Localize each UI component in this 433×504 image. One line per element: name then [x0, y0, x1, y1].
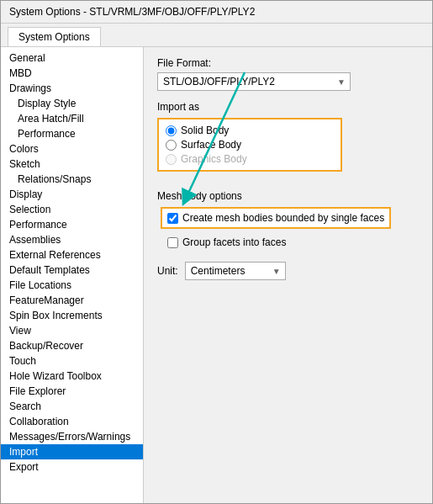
sidebar-item-file-explorer[interactable]: File Explorer [1, 384, 143, 399]
sidebar-item-messages-errors[interactable]: Messages/Errors/Warnings [1, 429, 143, 444]
main-window: System Options - STL/VRML/3MF/OBJ/OFF/PL… [0, 0, 433, 504]
file-format-group: File Format: STL/OBJ/OFF/PLY/PLY2 ▼ [157, 57, 419, 91]
sidebar-item-export[interactable]: Export [1, 459, 143, 475]
unit-group: Unit: Centimeters Millimeters Meters Inc… [157, 262, 419, 280]
sidebar: GeneralMBDDrawingsDisplay StyleArea Hatc… [1, 47, 144, 503]
content-area: GeneralMBDDrawingsDisplay StyleArea Hatc… [1, 47, 432, 503]
surface-body-radio[interactable] [166, 140, 177, 151]
group-facets-checkbox[interactable] [167, 237, 178, 248]
title-bar: System Options - STL/VRML/3MF/OBJ/OFF/PL… [1, 1, 432, 24]
sidebar-item-collaboration[interactable]: Collaboration [1, 414, 143, 429]
import-as-group: Import as Solid Body Surface Body Graphi… [157, 101, 419, 180]
sidebar-item-spin-box[interactable]: Spin Box Increments [1, 308, 143, 323]
system-options-tab[interactable]: System Options [8, 27, 101, 46]
sidebar-item-display-style[interactable]: Display Style [1, 96, 143, 111]
sidebar-item-backup-recover[interactable]: Backup/Recover [1, 338, 143, 353]
sidebar-item-assemblies[interactable]: Assemblies [1, 232, 143, 247]
create-mesh-checkbox[interactable] [167, 213, 178, 224]
graphics-body-option: Graphics Body [166, 153, 334, 165]
import-as-label: Import as [157, 101, 419, 113]
unit-select-wrapper: Centimeters Millimeters Meters Inches Fe… [185, 262, 286, 280]
mesh-body-section: Mesh body options Create mesh bodies bou… [157, 190, 419, 252]
sidebar-item-selection[interactable]: Selection [1, 202, 143, 217]
sidebar-item-search[interactable]: Search [1, 399, 143, 414]
mesh-body-label: Mesh body options [157, 190, 419, 202]
unit-select[interactable]: Centimeters Millimeters Meters Inches Fe… [185, 262, 286, 280]
sidebar-item-view[interactable]: View [1, 323, 143, 338]
sidebar-item-general[interactable]: General [1, 50, 143, 66]
sidebar-item-touch[interactable]: Touch [1, 353, 143, 369]
solid-body-option: Solid Body [166, 125, 334, 136]
sidebar-item-display[interactable]: Display [1, 187, 143, 202]
file-format-select[interactable]: STL/OBJ/OFF/PLY/PLY2 [157, 72, 351, 91]
sidebar-item-sketch[interactable]: Sketch [1, 157, 143, 172]
tab-bar: System Options [1, 24, 432, 47]
sidebar-item-featuremanager[interactable]: FeatureManager [1, 293, 143, 308]
import-as-radio-group: Solid Body Surface Body Graphics Body [157, 118, 342, 172]
sidebar-item-relations-snaps[interactable]: Relations/Snaps [1, 172, 143, 187]
surface-body-label: Surface Body [181, 139, 241, 151]
solid-body-radio[interactable] [166, 125, 177, 136]
sidebar-item-area-hatch[interactable]: Area Hatch/Fill [1, 111, 143, 126]
graphics-body-radio [166, 154, 177, 165]
main-content: File Format: STL/OBJ/OFF/PLY/PLY2 ▼ Impo… [144, 47, 432, 503]
unit-label: Unit: [157, 265, 178, 277]
sidebar-item-import[interactable]: Import [1, 444, 143, 459]
sidebar-item-hole-wizard-toolbox[interactable]: Hole Wizard Toolbox [1, 369, 143, 384]
graphics-body-label: Graphics Body [181, 153, 247, 165]
sidebar-item-file-locations[interactable]: File Locations [1, 278, 143, 293]
surface-body-option: Surface Body [166, 139, 334, 151]
create-mesh-checkbox-wrapper: Create mesh bodies bounded by single fac… [161, 207, 391, 229]
file-format-label: File Format: [157, 57, 419, 69]
file-format-select-wrapper: STL/OBJ/OFF/PLY/PLY2 ▼ [157, 72, 351, 91]
sidebar-item-mbd[interactable]: MBD [1, 66, 143, 81]
sidebar-item-performance-drawings[interactable]: Performance [1, 126, 143, 141]
group-facets-option: Group facets into faces [161, 233, 419, 252]
sidebar-item-drawings[interactable]: Drawings [1, 81, 143, 96]
group-facets-label: Group facets into faces [182, 236, 286, 248]
sidebar-item-performance[interactable]: Performance [1, 217, 143, 232]
sidebar-item-external-references[interactable]: External References [1, 247, 143, 263]
sidebar-item-colors[interactable]: Colors [1, 141, 143, 157]
window-title: System Options - STL/VRML/3MF/OBJ/OFF/PL… [9, 6, 255, 18]
sidebar-item-default-templates[interactable]: Default Templates [1, 263, 143, 278]
solid-body-label: Solid Body [181, 125, 229, 136]
create-mesh-label: Create mesh bodies bounded by single fac… [182, 212, 384, 224]
